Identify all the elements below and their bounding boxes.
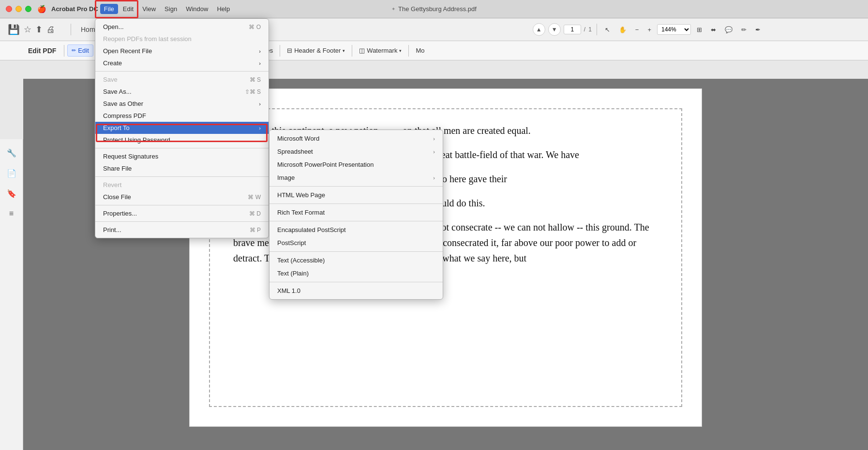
menu-edit[interactable]: Edit (119, 4, 137, 14)
export-submenu: Microsoft Word › Spreadsheet › Microsoft… (269, 130, 443, 300)
edit-label: Edit (78, 47, 89, 54)
header-footer-button[interactable]: ⊟ Header & Footer ▾ (283, 45, 349, 56)
spreadsheet-arrow: › (433, 149, 435, 155)
menu-view[interactable]: View (138, 4, 160, 14)
header-icon: ⊟ (287, 47, 292, 54)
sidebar-layers-icon[interactable]: ≡ (3, 205, 20, 222)
title-dot: ✦ (391, 6, 395, 12)
submenu-spreadsheet[interactable]: Spreadsheet › (269, 145, 443, 158)
menu-share-file[interactable]: Share File (95, 162, 269, 174)
header-chevron-icon: ▾ (343, 48, 345, 53)
menu-window[interactable]: Window (182, 4, 212, 14)
upload-icon[interactable]: ⬆ (35, 24, 43, 35)
more-button[interactable]: Mo (412, 45, 428, 56)
sub-divider-d (269, 251, 443, 252)
menu-help[interactable]: Help (213, 4, 234, 14)
menu-export-to[interactable]: Export To › (95, 122, 269, 134)
page-separator: / (584, 26, 585, 33)
hand-tool[interactable]: ✋ (616, 24, 629, 35)
page-total: 1 (588, 26, 592, 33)
zoom-out-button[interactable]: − (632, 24, 642, 35)
apple-icon[interactable]: 🍎 (37, 5, 46, 14)
image-label: Image (277, 174, 295, 181)
menu-create[interactable]: Create › (95, 57, 269, 69)
menu-bar: File Edit View Sign Window Help (100, 4, 234, 14)
print-shortcut: ⌘ P (250, 227, 261, 233)
menu-save-as-other[interactable]: Save as Other › (95, 98, 269, 110)
edit-button[interactable]: ✏ Edit (67, 44, 93, 57)
menu-protect[interactable]: Protect Using Password (95, 134, 269, 146)
menu-request-signatures[interactable]: Request Signatures (95, 150, 269, 162)
submenu-text-plain[interactable]: Text (Plain) (269, 267, 443, 280)
postscript-label: PostScript (277, 239, 306, 247)
properties-shortcut: ⌘ D (249, 210, 261, 217)
menu-properties[interactable]: Properties... ⌘ D (95, 207, 269, 219)
menu-file[interactable]: File (100, 4, 118, 14)
menu-sign[interactable]: Sign (161, 4, 181, 14)
submenu-powerpoint[interactable]: Microsoft PowerPoint Presentation (269, 158, 443, 171)
rtf-label: Rich Text Format (277, 209, 325, 216)
maximize-button[interactable] (25, 6, 31, 12)
divider-e (95, 221, 269, 222)
highlight-button[interactable]: ✏ (738, 24, 749, 35)
eps-label: Encapsulated PostScript (277, 226, 346, 233)
page-down-button[interactable]: ▼ (548, 23, 561, 36)
ms-word-label: Microsoft Word (277, 135, 319, 142)
app-name: Acrobat Pro DC (51, 5, 98, 13)
submenu-rtf[interactable]: Rich Text Format (269, 206, 443, 219)
save-icon[interactable]: 💾 (8, 24, 20, 35)
cursor-tool[interactable]: ↖ (602, 24, 613, 35)
zoom-select[interactable]: 144% 100% 75% (657, 24, 691, 35)
header-footer-label: Header & Footer (294, 47, 341, 54)
traffic-lights (6, 6, 31, 12)
sidebar-pages-icon[interactable]: 📄 (3, 164, 20, 182)
save-label: Save (103, 76, 118, 83)
left-sidebar: 🔧 📄 🔖 ≡ (0, 139, 23, 450)
open-recent-label: Open Recent File (103, 47, 152, 55)
zoom-in-button[interactable]: + (644, 24, 654, 35)
fit-page-button[interactable]: ⊞ (694, 24, 705, 35)
separator (597, 24, 597, 35)
bookmark-icon[interactable]: ☆ (24, 24, 31, 35)
close-button[interactable] (6, 6, 12, 12)
save-shortcut: ⌘ S (250, 76, 261, 83)
image-arrow: › (433, 175, 435, 181)
revert-label: Revert (103, 181, 121, 189)
print-label: Print... (103, 226, 121, 233)
menu-save-as[interactable]: Save As... ⇧⌘ S (95, 86, 269, 98)
menu-open-recent[interactable]: Open Recent File › (95, 45, 269, 57)
watermark-button[interactable]: ◫ Watermark ▾ (355, 45, 405, 56)
submenu-image[interactable]: Image › (269, 171, 443, 184)
menu-compress[interactable]: Compress PDF (95, 110, 269, 122)
submenu-html-web[interactable]: HTML Web Page (269, 189, 443, 202)
submenu-xml[interactable]: XML 1.0 (269, 284, 443, 297)
page-number-input[interactable] (564, 25, 581, 34)
submenu-text-accessible[interactable]: Text (Accessible) (269, 254, 443, 267)
fit-width-button[interactable]: ⬌ (708, 24, 719, 35)
toolbar-sep-5 (352, 45, 352, 57)
submenu-eps[interactable]: Encapsulated PostScript (269, 223, 443, 236)
save-as-other-arrow: › (259, 101, 261, 107)
window-title: ✦ The Gettysburg Address.pdf (391, 5, 477, 13)
print-icon[interactable]: 🖨 (46, 25, 55, 35)
comment-button[interactable]: 💬 (722, 24, 735, 35)
ms-word-arrow: › (433, 136, 435, 142)
watermark-icon: ◫ (359, 47, 365, 54)
submenu-microsoft-word[interactable]: Microsoft Word › (269, 132, 443, 145)
toolbar-sep-6 (408, 45, 409, 57)
protect-label: Protect Using Password (103, 136, 170, 144)
menu-open[interactable]: Open... ⌘ O (95, 21, 269, 33)
close-file-label: Close File (103, 193, 131, 201)
properties-label: Properties... (103, 210, 137, 217)
sidebar-tools-icon[interactable]: 🔧 (3, 144, 20, 161)
submenu-postscript[interactable]: PostScript (269, 236, 443, 249)
minimize-button[interactable] (15, 6, 22, 12)
menu-close-file[interactable]: Close File ⌘ W (95, 191, 269, 203)
menu-print[interactable]: Print... ⌘ P (95, 224, 269, 236)
compress-label: Compress PDF (103, 112, 146, 119)
toolbar-sep-4 (280, 45, 280, 57)
sign-button[interactable]: ✒ (752, 24, 763, 35)
sidebar-bookmarks-icon[interactable]: 🔖 (3, 185, 20, 202)
create-label: Create (103, 59, 122, 67)
page-up-button[interactable]: ▲ (533, 23, 545, 36)
